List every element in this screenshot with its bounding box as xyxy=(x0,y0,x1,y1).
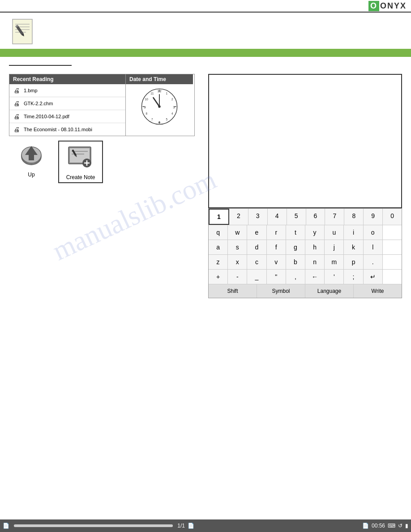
key-y[interactable]: y xyxy=(305,225,325,240)
doc-icon xyxy=(9,17,38,46)
key-0[interactable]: 0 xyxy=(383,209,402,225)
key-comma[interactable]: , xyxy=(286,270,305,284)
svg-text:11: 11 xyxy=(150,92,154,95)
keyboard: 1 2 3 4 5 6 7 8 9 0 q w e r t y u i xyxy=(208,208,402,298)
key-x[interactable]: x xyxy=(228,255,247,269)
status-right-icon2: 📄 xyxy=(188,523,194,529)
svg-text:10: 10 xyxy=(145,98,149,101)
key-c[interactable]: c xyxy=(247,255,266,269)
svg-text:8: 8 xyxy=(146,112,147,115)
key-i[interactable]: i xyxy=(344,225,363,240)
svg-point-23 xyxy=(158,105,160,107)
progress-bar xyxy=(14,524,173,527)
kb-row-symbols: + - _ " , ← ' ; ↵ xyxy=(209,270,402,284)
key-period[interactable]: . xyxy=(364,255,383,269)
key-underscore[interactable]: _ xyxy=(247,270,266,284)
key-s[interactable]: s xyxy=(228,240,247,254)
file-name: Time.2010-04-12.pdf xyxy=(24,114,69,119)
key-j[interactable]: j xyxy=(325,240,344,254)
key-e[interactable]: e xyxy=(247,225,266,240)
kb-row-z: z x c v b n m p . xyxy=(209,255,402,270)
create-note-icon xyxy=(66,143,95,172)
date-time-panel: Date and Time 12 3 6 9 1 2 4 5 7 xyxy=(126,74,193,136)
key-5[interactable]: 5 xyxy=(287,209,306,225)
key-l[interactable]: l xyxy=(364,240,383,254)
up-arrow-icon xyxy=(17,141,46,170)
key-enter[interactable]: ↵ xyxy=(364,270,383,284)
up-button[interactable]: Up xyxy=(9,141,54,183)
kb-row-function: Shift Symbol Language Write xyxy=(209,284,402,298)
onyx-logo-box: O xyxy=(368,1,379,11)
list-item[interactable]: 🖨 Time.2010-04-12.pdf xyxy=(9,110,125,123)
key-empty4 xyxy=(383,270,402,284)
key-empty2 xyxy=(383,240,402,254)
key-o[interactable]: o xyxy=(364,225,383,240)
key-language[interactable]: Language xyxy=(305,284,354,298)
key-w[interactable]: w xyxy=(228,225,247,240)
key-minus[interactable]: - xyxy=(228,270,247,284)
key-k[interactable]: k xyxy=(344,240,363,254)
svg-rect-0 xyxy=(13,19,32,44)
main-content: Recent Reading 🖨 1.bmp 🖨 GTK-2.2.chm 🖨 T… xyxy=(0,69,411,303)
key-quote[interactable]: " xyxy=(267,270,286,284)
key-q[interactable]: q xyxy=(209,225,228,240)
refresh-icon: ↺ xyxy=(398,523,402,529)
key-m[interactable]: m xyxy=(325,255,344,269)
svg-text:5: 5 xyxy=(166,118,167,121)
file-name: GTK-2.2.chm xyxy=(24,101,53,106)
key-a[interactable]: a xyxy=(209,240,228,254)
key-1[interactable]: 1 xyxy=(209,209,229,225)
status-left-icon: 📄 xyxy=(3,523,9,529)
key-g[interactable]: g xyxy=(286,240,305,254)
key-v[interactable]: v xyxy=(267,255,286,269)
key-4[interactable]: 4 xyxy=(268,209,287,225)
key-backspace[interactable]: ← xyxy=(305,270,325,284)
key-empty3 xyxy=(383,255,402,269)
status-right-icon: 📄 xyxy=(362,523,369,529)
key-b[interactable]: b xyxy=(286,255,305,269)
page-indicator: 1/1 xyxy=(177,523,185,529)
key-apostrophe[interactable]: ' xyxy=(325,270,344,284)
key-9[interactable]: 9 xyxy=(364,209,383,225)
file-name: The Economist - 08.10.11.mobi xyxy=(24,127,92,132)
list-item[interactable]: 🖨 GTK-2.2.chm xyxy=(9,97,125,110)
onyx-logo: O ONYX xyxy=(368,1,407,11)
status-right: 📄 00:56 ⌨ ↺ ▮ xyxy=(197,523,411,529)
clock-svg: 12 3 6 9 1 2 4 5 7 8 10 11 xyxy=(139,86,180,127)
kb-row-a: a s d f g h j k l xyxy=(209,240,402,255)
icons-row: Up xyxy=(9,141,201,183)
key-p[interactable]: p xyxy=(344,255,363,269)
green-bar xyxy=(0,49,411,57)
list-item[interactable]: 🖨 1.bmp xyxy=(9,84,125,97)
file-icon: 🖨 xyxy=(12,86,21,95)
up-label: Up xyxy=(28,172,34,178)
recent-reading-header: Recent Reading xyxy=(9,74,125,84)
key-7[interactable]: 7 xyxy=(325,209,344,225)
key-8[interactable]: 8 xyxy=(344,209,364,225)
top-bar: O ONYX xyxy=(0,0,411,13)
file-icon: 🖨 xyxy=(12,112,21,121)
key-2[interactable]: 2 xyxy=(229,209,248,225)
key-3[interactable]: 3 xyxy=(248,209,268,225)
key-h[interactable]: h xyxy=(305,240,325,254)
key-z[interactable]: z xyxy=(209,255,228,269)
key-r[interactable]: r xyxy=(267,225,286,240)
svg-rect-32 xyxy=(29,154,34,160)
key-u[interactable]: u xyxy=(325,225,344,240)
key-f[interactable]: f xyxy=(267,240,286,254)
create-note-button[interactable]: Create Note xyxy=(58,141,103,183)
text-area-box[interactable] xyxy=(208,74,402,208)
key-shift[interactable]: Shift xyxy=(209,284,257,298)
svg-text:4: 4 xyxy=(171,112,173,115)
key-write[interactable]: Write xyxy=(354,284,402,298)
list-item[interactable]: 🖨 The Economist - 08.10.11.mobi xyxy=(9,123,125,136)
key-plus[interactable]: + xyxy=(209,270,228,284)
key-t[interactable]: t xyxy=(286,225,305,240)
recent-reading-panel: Recent Reading 🖨 1.bmp 🖨 GTK-2.2.chm 🖨 T… xyxy=(9,74,126,136)
key-d[interactable]: d xyxy=(247,240,266,254)
kb-row-numbers: 1 2 3 4 5 6 7 8 9 0 xyxy=(209,209,402,225)
key-symbol[interactable]: Symbol xyxy=(257,284,305,298)
key-6[interactable]: 6 xyxy=(306,209,325,225)
key-semicolon[interactable]: ; xyxy=(344,270,363,284)
key-n[interactable]: n xyxy=(305,255,325,269)
